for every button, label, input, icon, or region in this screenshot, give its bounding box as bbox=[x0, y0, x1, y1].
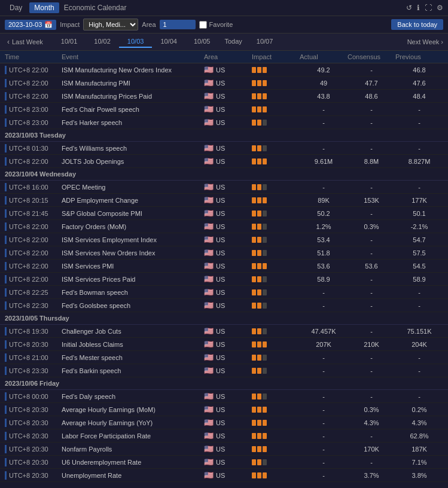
impact-bar bbox=[252, 472, 256, 478]
date-tab-1002[interactable]: 10/02 bbox=[86, 36, 119, 48]
date-tab-1005[interactable]: 10/05 bbox=[185, 36, 219, 48]
event-cell: Fed's Harker speech bbox=[62, 119, 204, 126]
actual-value: - bbox=[300, 472, 348, 479]
impact-bar bbox=[257, 211, 261, 216]
actual-value: - bbox=[300, 289, 348, 296]
date-tab-1007[interactable]: 10/07 bbox=[248, 36, 282, 48]
table-row[interactable]: UTC+8 22:00 ISM Services PMI 🇺🇸 US 53.6 … bbox=[0, 260, 448, 273]
impact-cell bbox=[252, 355, 300, 361]
date-picker[interactable]: 2023-10-03 📅 bbox=[5, 20, 56, 30]
flag-icon: 🇺🇸 bbox=[204, 418, 214, 427]
flag-icon: 🇺🇸 bbox=[204, 222, 214, 231]
actual-value: 1.2% bbox=[300, 223, 348, 230]
table-row[interactable]: UTC+8 23:00 Fed's Harker speech 🇺🇸 US - … bbox=[0, 116, 448, 129]
impact-bar bbox=[252, 394, 256, 399]
consensus-value: - bbox=[348, 276, 395, 283]
area-cell: 🇺🇸 US bbox=[204, 444, 252, 453]
impact-bar-empty bbox=[263, 328, 267, 334]
table-row[interactable]: UTC+8 20:30 Labor Force Participation Ra… bbox=[0, 429, 448, 443]
impact-bar-empty bbox=[263, 224, 267, 230]
next-week-arrow: › bbox=[441, 38, 443, 45]
previous-value: 54.5 bbox=[395, 263, 443, 270]
table-row[interactable]: UTC+8 20:30 Average Hourly Earnings (YoY… bbox=[0, 416, 448, 429]
row-indicator bbox=[5, 222, 7, 231]
table-row[interactable]: UTC+8 22:00 ISM Manufacturing New Orders… bbox=[0, 63, 448, 77]
impact-bar bbox=[263, 80, 267, 86]
date-tab-1001[interactable]: 10/01 bbox=[53, 36, 86, 48]
info-icon[interactable]: ℹ bbox=[417, 4, 420, 12]
table-row[interactable]: UTC+8 00:00 Fed's Daly speech 🇺🇸 US - - … bbox=[0, 390, 448, 403]
section-header: 2023/10/03 Tuesday bbox=[0, 129, 448, 142]
previous-value: 7.1% bbox=[395, 459, 443, 466]
month-tab[interactable]: Month bbox=[29, 2, 59, 13]
time-cell: UTC+8 00:00 bbox=[5, 392, 62, 401]
date-tab-1003[interactable]: 10/03 bbox=[119, 36, 153, 48]
table-row[interactable]: UTC+8 22:00 ISM Services Employment Inde… bbox=[0, 233, 448, 246]
favorite-label: Favorite bbox=[209, 21, 233, 28]
header-impact: Impact bbox=[252, 53, 300, 60]
table-row[interactable]: UTC+8 20:30 Unemployment Rate 🇺🇸 US - 3.… bbox=[0, 469, 448, 482]
impact-bars bbox=[252, 211, 300, 216]
table-row[interactable]: UTC+8 19:30 Challenger Job Cuts 🇺🇸 US 47… bbox=[0, 325, 448, 338]
impact-cell bbox=[252, 67, 300, 73]
table-row[interactable]: UTC+8 20:30 U6 Underemployment Rate 🇺🇸 U… bbox=[0, 456, 448, 469]
time-cell: UTC+8 21:45 bbox=[5, 209, 62, 218]
prev-week-arrow[interactable]: ‹ bbox=[5, 38, 12, 46]
time-cell: UTC+8 22:00 bbox=[5, 275, 62, 283]
back-today-button[interactable]: Back to today bbox=[391, 19, 443, 30]
favorite-checkbox-container[interactable]: Favorite bbox=[199, 21, 233, 29]
area-cell: 🇺🇸 US bbox=[204, 144, 252, 152]
table-row[interactable]: UTC+8 20:30 Average Hourly Earnings (MoM… bbox=[0, 403, 448, 416]
day-tab[interactable]: Day bbox=[5, 2, 27, 13]
area-input-display[interactable]: 1 bbox=[160, 20, 196, 29]
event-cell: Initial Jobless Claims bbox=[62, 341, 204, 348]
actual-value: - bbox=[300, 419, 348, 426]
flag-icon: 🇺🇸 bbox=[204, 405, 214, 414]
favorite-checkbox[interactable] bbox=[199, 21, 207, 29]
previous-value: 62.8% bbox=[395, 432, 443, 440]
impact-bar-empty bbox=[263, 211, 267, 216]
last-week-label[interactable]: Last Week bbox=[12, 38, 43, 45]
table-row[interactable]: UTC+8 16:00 OPEC Meeting 🇺🇸 US - - - bbox=[0, 181, 448, 194]
table-row[interactable]: UTC+8 23:30 Fed's Barkin speech 🇺🇸 US - … bbox=[0, 364, 448, 377]
area-name: US bbox=[216, 328, 225, 335]
header-previous: Previous bbox=[395, 53, 443, 60]
table-row[interactable]: UTC+8 22:00 ISM Manufacturing PMI 🇺🇸 US … bbox=[0, 77, 448, 90]
previous-value: 3.8% bbox=[395, 472, 443, 479]
table-row[interactable]: UTC+8 20:15 ADP Employment Change 🇺🇸 US … bbox=[0, 194, 448, 207]
table-row[interactable]: UTC+8 22:25 Fed's Bowman speech 🇺🇸 US - … bbox=[0, 286, 448, 299]
table-row[interactable]: UTC+8 21:45 S&P Global Composite PMI 🇺🇸 … bbox=[0, 207, 448, 220]
impact-bars bbox=[252, 420, 300, 426]
table-row[interactable]: UTC+8 22:00 ISM Services New Orders Inde… bbox=[0, 246, 448, 260]
table-row[interactable]: UTC+8 22:00 Factory Orders (MoM) 🇺🇸 US 1… bbox=[0, 220, 448, 233]
date-tab-1004[interactable]: 10/04 bbox=[152, 36, 185, 48]
refresh-icon[interactable]: ↺ bbox=[406, 4, 412, 12]
table-row[interactable]: UTC+8 22:00 ISM Manufacturing Prices Pai… bbox=[0, 90, 448, 103]
impact-bar-empty bbox=[263, 355, 267, 361]
impact-cell bbox=[252, 224, 300, 230]
impact-select[interactable]: High, Medi... High Medium Low bbox=[83, 19, 138, 30]
area-name: US bbox=[216, 341, 225, 348]
table-row[interactable]: UTC+8 21:00 Fed's Mester speech 🇺🇸 US - … bbox=[0, 351, 448, 364]
today-tab[interactable]: Today bbox=[218, 36, 248, 48]
table-row[interactable]: UTC+8 20:30 Nonfarm Payrolls 🇺🇸 US - 170… bbox=[0, 443, 448, 456]
impact-cell bbox=[252, 328, 300, 334]
table-row[interactable]: UTC+8 23:00 Fed's Chair Powell speech 🇺🇸… bbox=[0, 103, 448, 116]
table-row[interactable]: UTC+8 20:30 Initial Jobless Claims 🇺🇸 US… bbox=[0, 338, 448, 351]
consensus-value: 0.3% bbox=[348, 223, 395, 230]
area-name: US bbox=[216, 236, 225, 243]
settings-icon[interactable]: ⚙ bbox=[437, 4, 443, 12]
actual-value: 49 bbox=[300, 80, 348, 87]
impact-bar bbox=[257, 394, 261, 399]
table-row[interactable]: UTC+8 22:00 JOLTS Job Openings 🇺🇸 US 9.6… bbox=[0, 155, 448, 168]
next-week-label[interactable]: Next Week › bbox=[407, 38, 443, 45]
impact-bar-empty bbox=[263, 276, 267, 282]
actual-value: - bbox=[300, 119, 348, 126]
table-row[interactable]: UTC+8 22:30 Fed's Goolsbee speech 🇺🇸 US … bbox=[0, 299, 448, 312]
impact-cell bbox=[252, 289, 300, 295]
impact-bar-empty bbox=[263, 368, 267, 374]
table-row[interactable]: UTC+8 01:30 Fed's Williams speech 🇺🇸 US … bbox=[0, 142, 448, 155]
expand-icon[interactable]: ⛶ bbox=[425, 4, 432, 12]
impact-bars bbox=[252, 145, 300, 151]
table-row[interactable]: UTC+8 22:00 ISM Services Prices Paid 🇺🇸 … bbox=[0, 273, 448, 286]
